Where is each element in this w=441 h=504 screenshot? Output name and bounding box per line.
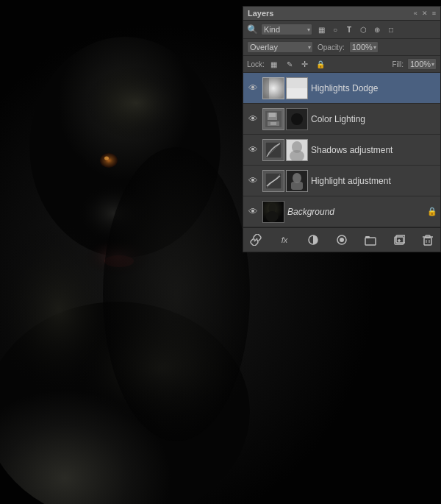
lock-fill-row: Lock: ▦ ✎ ✛ 🔒 Fill: bbox=[243, 56, 440, 73]
svg-rect-35 bbox=[291, 182, 303, 190]
opacity-wrapper[interactable] bbox=[349, 41, 379, 53]
layers-panel: Layers « ✕ ≡ 🔍 Kind ▦ ○ T ⬡ ⊕ □ Overlay … bbox=[243, 6, 441, 252]
layer-name-highlight-adjustment: Highlight adjustment bbox=[311, 176, 437, 186]
svg-point-12 bbox=[103, 147, 250, 441]
type-layer-icon[interactable]: T bbox=[343, 24, 355, 35]
kind-select-wrapper[interactable]: Kind bbox=[261, 24, 312, 35]
thumb-wrap-color-lighting bbox=[262, 108, 308, 130]
visibility-icon-color-lighting[interactable]: 👁 bbox=[246, 113, 259, 126]
svg-rect-50 bbox=[424, 238, 431, 245]
new-group-button[interactable] bbox=[362, 232, 379, 248]
smart-object-icon[interactable]: ⊕ bbox=[371, 24, 383, 35]
menu-button[interactable]: ≡ bbox=[432, 10, 436, 17]
layer-thumb-highlights-dodge bbox=[262, 77, 284, 99]
layer-thumb-background bbox=[262, 201, 284, 223]
layer-mask-color-lighting bbox=[286, 108, 308, 130]
new-fill-layer-button[interactable] bbox=[305, 232, 321, 248]
kind-icons: ▦ ○ T ⬡ ⊕ □ bbox=[315, 24, 397, 35]
layer-thumb-type-color-lighting bbox=[262, 108, 284, 130]
visibility-icon-highlight-adjustment[interactable]: 👁 bbox=[246, 174, 259, 188]
layers-list: 👁 bbox=[243, 73, 440, 227]
fill-wrapper[interactable] bbox=[407, 58, 437, 70]
svg-rect-45 bbox=[365, 236, 370, 238]
layer-row-highlight-adjustment[interactable]: 👁 bbox=[243, 166, 440, 196]
layer-name-color-lighting: Color Lighting bbox=[311, 114, 437, 124]
svg-point-23 bbox=[291, 113, 303, 125]
thumb-wrap-shadows-adjustment bbox=[262, 139, 308, 161]
collapse-button[interactable]: « bbox=[414, 10, 417, 17]
delete-layer-button[interactable] bbox=[420, 232, 436, 248]
thumb-wrap-highlights-dodge bbox=[262, 77, 308, 99]
lock-move-icon[interactable]: ✛ bbox=[299, 58, 311, 70]
thumb-wrap-background bbox=[262, 201, 284, 223]
new-adjustment-layer-button[interactable] bbox=[334, 232, 350, 248]
visibility-icon-highlights-dodge[interactable]: 👁 bbox=[246, 82, 259, 95]
svg-point-5 bbox=[104, 157, 109, 160]
pixel-layer-icon[interactable]: ▦ bbox=[315, 24, 327, 35]
shape-layer-icon[interactable]: ⬡ bbox=[357, 24, 369, 35]
panel-title: Layers bbox=[248, 9, 273, 18]
layer-mask-highlights-dodge bbox=[286, 77, 308, 99]
layer-row-shadows-adjustment[interactable]: 👁 bbox=[243, 135, 440, 166]
fx-button[interactable]: fx bbox=[276, 232, 293, 248]
close-button[interactable]: ✕ bbox=[422, 10, 428, 17]
svg-rect-19 bbox=[269, 113, 276, 117]
lock-pixels-icon[interactable]: ▦ bbox=[268, 58, 280, 70]
blend-opacity-row: Overlay Normal Multiply Screen Opacity: bbox=[243, 39, 440, 56]
new-layer-button[interactable] bbox=[391, 232, 407, 248]
layer-thumb-type-shadows bbox=[262, 139, 284, 161]
visibility-icon-shadows-adjustment[interactable]: 👁 bbox=[246, 143, 259, 157]
panel-titlebar: Layers « ✕ ≡ bbox=[243, 7, 440, 21]
search-icon: 🔍 bbox=[247, 24, 258, 35]
svg-point-39 bbox=[266, 211, 279, 222]
layer-mask-shadows bbox=[286, 139, 308, 161]
layer-thumb-type-highlight-adj bbox=[262, 170, 284, 192]
opacity-input[interactable] bbox=[349, 41, 379, 53]
svg-rect-16 bbox=[287, 78, 307, 88]
svg-point-9 bbox=[85, 66, 187, 140]
title-controls: « ✕ ≡ bbox=[414, 10, 436, 17]
panel-toolbar: fx bbox=[243, 227, 440, 252]
lock-all-icon[interactable]: 🔒 bbox=[315, 58, 326, 70]
layer-name-highlights-dodge: Highlights Dodge bbox=[311, 83, 437, 93]
layer-row-background[interactable]: 👁 Background bbox=[243, 196, 440, 227]
layer-name-shadows-adjustment: Shadows adjustment bbox=[311, 145, 437, 155]
layer-name-background: Background bbox=[287, 207, 424, 217]
svg-rect-14 bbox=[263, 78, 269, 99]
blend-mode-wrapper[interactable]: Overlay Normal Multiply Screen bbox=[247, 41, 313, 53]
thumb-wrap-highlight-adjustment bbox=[262, 170, 308, 192]
opacity-label: Opacity: bbox=[318, 43, 345, 52]
layer-mask-highlight-adj bbox=[286, 170, 308, 192]
link-button[interactable] bbox=[248, 232, 264, 248]
blend-mode-select[interactable]: Overlay Normal Multiply Screen bbox=[247, 41, 313, 53]
fill-input[interactable] bbox=[407, 58, 437, 70]
svg-rect-44 bbox=[365, 238, 376, 245]
adjustment-layer-icon[interactable]: ○ bbox=[329, 24, 341, 35]
svg-point-43 bbox=[340, 238, 344, 242]
visibility-icon-background[interactable]: 👁 bbox=[246, 205, 259, 219]
lock-position-icon[interactable]: ✎ bbox=[284, 58, 295, 70]
layer-row-color-lighting[interactable]: 👁 bbox=[243, 104, 440, 135]
fill-label: Fill: bbox=[392, 60, 404, 68]
layer-row-highlights-dodge[interactable]: 👁 bbox=[243, 73, 440, 104]
svg-rect-21 bbox=[270, 122, 276, 125]
layer-lock-background: 🔒 bbox=[427, 207, 437, 216]
svg-point-34 bbox=[293, 173, 301, 183]
kind-row: 🔍 Kind ▦ ○ T ⬡ ⊕ □ bbox=[243, 21, 440, 39]
kind-select[interactable]: Kind bbox=[261, 24, 312, 35]
lock-label: Lock: bbox=[247, 60, 265, 68]
artboard-icon[interactable]: □ bbox=[385, 24, 397, 35]
svg-point-4 bbox=[100, 153, 118, 168]
